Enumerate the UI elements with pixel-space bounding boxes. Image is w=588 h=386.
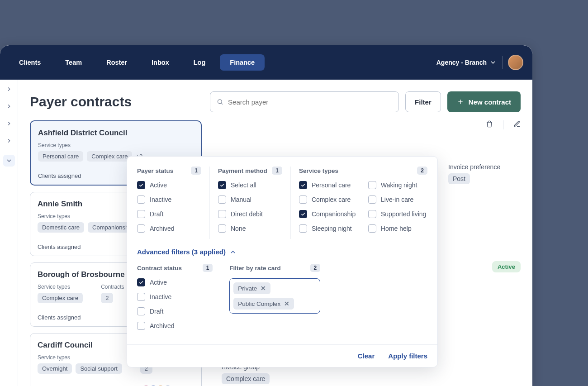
checkbox-row[interactable]: Active <box>137 278 213 286</box>
checkbox-label: Supported living <box>381 210 426 218</box>
checkbox <box>137 224 145 233</box>
svg-point-0 <box>218 100 222 104</box>
checkbox-row[interactable]: Waking night <box>368 181 427 189</box>
filter-section-title: Service types <box>299 167 338 174</box>
checkbox-row[interactable]: Home help <box>368 224 427 233</box>
checkbox <box>368 210 376 218</box>
contracts-count: 2 <box>101 293 113 303</box>
nav-roster[interactable]: Roster <box>96 54 137 71</box>
clear-filters-button[interactable]: Clear <box>358 352 375 360</box>
chevron-right-icon <box>6 86 12 93</box>
checkbox-row[interactable]: Active <box>137 181 201 189</box>
checkbox-label: Archived <box>150 225 174 232</box>
sidebar-expand-2[interactable] <box>6 103 12 110</box>
advanced-filters-toggle[interactable]: Advanced filters (3 applied) <box>137 248 427 256</box>
checkbox-row[interactable]: Draft <box>137 307 213 315</box>
sidebar-expand-4[interactable] <box>6 138 12 144</box>
search-wrap[interactable] <box>210 91 399 112</box>
checkbox-label: Draft <box>150 308 163 315</box>
checkbox-row[interactable]: Live-in care <box>368 195 427 204</box>
checkbox-row[interactable]: None <box>218 224 282 233</box>
nav-team[interactable]: Team <box>55 54 92 71</box>
sidebar-expand-1[interactable] <box>6 86 12 92</box>
check-icon <box>219 182 225 188</box>
checkbox <box>299 181 307 189</box>
checkbox-label: Active <box>150 181 167 189</box>
filter-popover: Payer status 1 Active Inactive Draft Arc… <box>127 156 438 367</box>
filter-count: 1 <box>191 167 201 175</box>
new-contract-button[interactable]: New contract <box>447 91 521 112</box>
checkbox-label: Active <box>150 279 167 286</box>
checkbox-label: Select all <box>231 181 256 189</box>
chip-remove[interactable]: ✕ <box>261 285 266 292</box>
service-tag: Personal care <box>38 151 83 162</box>
search-input[interactable] <box>228 98 392 106</box>
checkbox-row[interactable]: Sleeping night <box>299 224 358 233</box>
label: Contracts <box>101 284 124 290</box>
checkbox-row[interactable]: Archived <box>137 322 213 330</box>
plus-icon <box>457 98 464 105</box>
checkbox <box>299 210 307 218</box>
checkbox-label: Manual <box>231 196 251 203</box>
nav-log[interactable]: Log <box>184 54 216 71</box>
chip-remove[interactable]: ✕ <box>284 300 289 307</box>
checkbox-row[interactable]: Supported living <box>368 210 427 218</box>
filter-button[interactable]: Filter <box>405 91 441 112</box>
edit-button[interactable] <box>513 120 521 129</box>
trash-icon <box>486 120 493 128</box>
delete-button[interactable] <box>486 120 493 129</box>
filter-count: 2 <box>310 264 321 272</box>
chip-label: Private <box>238 285 257 292</box>
service-tag: Overnight <box>38 363 72 374</box>
rate-card-multiselect[interactable]: Private ✕ Public Complex ✕ <box>229 278 320 314</box>
checkbox-row[interactable]: Archived <box>137 224 201 233</box>
checkbox-label: None <box>231 225 246 232</box>
left-sidebar <box>0 80 18 386</box>
checkbox-row[interactable]: Complex care <box>299 195 358 204</box>
checkbox <box>218 224 226 233</box>
checkbox-label: Sleeping night <box>312 225 352 232</box>
checkbox-row[interactable]: Inactive <box>137 293 213 301</box>
chevron-right-icon <box>6 103 12 110</box>
checkbox-row[interactable]: Select all <box>218 181 282 189</box>
invoice-pref-value: Post <box>448 173 470 184</box>
agency-switcher[interactable]: Agency - Branch <box>436 59 497 66</box>
service-tag: Social support <box>76 363 122 374</box>
checkbox <box>218 210 226 218</box>
apply-filters-button[interactable]: Apply filters <box>388 352 427 360</box>
agency-label: Agency - Branch <box>436 59 487 66</box>
sidebar-expand-3[interactable] <box>6 120 12 127</box>
checkbox-row[interactable]: Inactive <box>137 195 201 204</box>
checkbox <box>137 195 145 204</box>
filter-section-title: Payment method <box>218 167 267 174</box>
user-avatar[interactable] <box>508 55 523 70</box>
filter-count: 1 <box>203 264 213 272</box>
checkbox-row[interactable]: Manual <box>218 195 282 204</box>
service-tag: Complex care <box>87 151 132 162</box>
filter-section-title: Payer status <box>137 167 173 174</box>
checkbox <box>137 278 145 286</box>
checkbox-label: Personal care <box>312 181 351 189</box>
clients-assigned-label: Clients assigned <box>38 314 81 321</box>
new-contract-label: New contract <box>469 98 511 106</box>
clients-assigned-label: Clients assigned <box>38 243 81 250</box>
checkbox <box>137 293 145 301</box>
advanced-filters-label: Advanced filters (3 applied) <box>137 248 226 256</box>
check-icon <box>138 182 144 188</box>
checkbox <box>368 224 376 233</box>
nav-inbox[interactable]: Inbox <box>142 54 179 71</box>
checkbox-row[interactable]: Personal care <box>299 181 358 189</box>
nav-clients[interactable]: Clients <box>9 54 51 71</box>
checkbox <box>218 195 226 204</box>
label: Service types <box>38 142 194 148</box>
checkbox-row[interactable]: Companionship <box>299 210 358 218</box>
checkbox-row[interactable]: Draft <box>137 210 201 218</box>
filter-count: 1 <box>272 167 282 175</box>
sidebar-collapse[interactable] <box>3 155 15 167</box>
checkbox-row[interactable]: Direct debit <box>218 210 282 218</box>
label: Invoice preference <box>448 163 521 171</box>
check-icon <box>300 211 306 217</box>
filter-count: 2 <box>417 167 427 175</box>
nav-finance[interactable]: Finance <box>220 54 265 71</box>
checkbox-label: Home help <box>381 225 412 232</box>
